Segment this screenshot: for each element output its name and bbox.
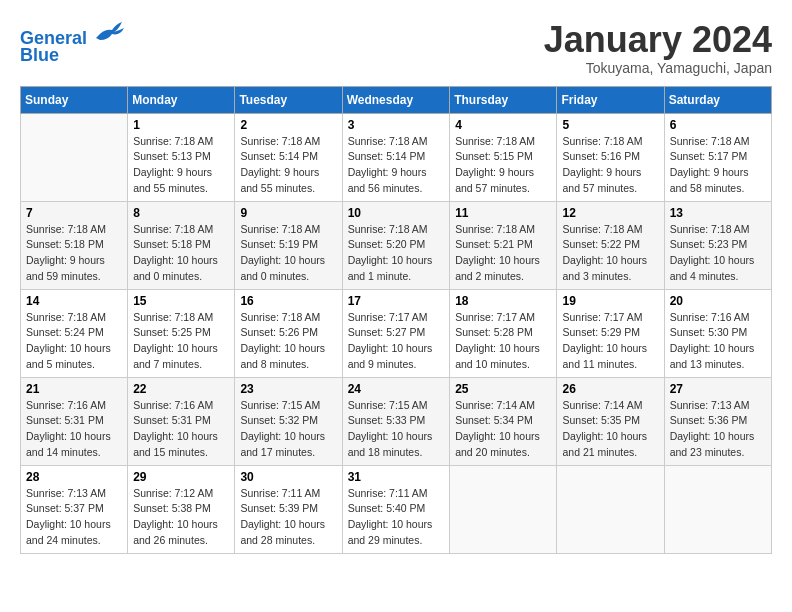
day-number: 13: [670, 206, 766, 220]
calendar-cell: [664, 465, 771, 553]
day-info: Sunrise: 7:18 AMSunset: 5:16 PMDaylight:…: [562, 134, 658, 197]
page-header: General Blue January 2024 Tokuyama, Yama…: [20, 20, 772, 76]
calendar-cell: 24 Sunrise: 7:15 AMSunset: 5:33 PMDaylig…: [342, 377, 450, 465]
day-info: Sunrise: 7:18 AMSunset: 5:21 PMDaylight:…: [455, 222, 551, 285]
calendar-cell: 22 Sunrise: 7:16 AMSunset: 5:31 PMDaylig…: [128, 377, 235, 465]
calendar-cell: 28 Sunrise: 7:13 AMSunset: 5:37 PMDaylig…: [21, 465, 128, 553]
week-row-2: 7 Sunrise: 7:18 AMSunset: 5:18 PMDayligh…: [21, 201, 772, 289]
calendar-cell: 15 Sunrise: 7:18 AMSunset: 5:25 PMDaylig…: [128, 289, 235, 377]
title-block: January 2024 Tokuyama, Yamaguchi, Japan: [544, 20, 772, 76]
col-monday: Monday: [128, 86, 235, 113]
day-number: 15: [133, 294, 229, 308]
day-info: Sunrise: 7:12 AMSunset: 5:38 PMDaylight:…: [133, 486, 229, 549]
calendar-cell: 1 Sunrise: 7:18 AMSunset: 5:13 PMDayligh…: [128, 113, 235, 201]
col-sunday: Sunday: [21, 86, 128, 113]
calendar-header-row: Sunday Monday Tuesday Wednesday Thursday…: [21, 86, 772, 113]
day-info: Sunrise: 7:18 AMSunset: 5:26 PMDaylight:…: [240, 310, 336, 373]
day-info: Sunrise: 7:18 AMSunset: 5:23 PMDaylight:…: [670, 222, 766, 285]
day-info: Sunrise: 7:15 AMSunset: 5:32 PMDaylight:…: [240, 398, 336, 461]
day-info: Sunrise: 7:18 AMSunset: 5:22 PMDaylight:…: [562, 222, 658, 285]
calendar-cell: 3 Sunrise: 7:18 AMSunset: 5:14 PMDayligh…: [342, 113, 450, 201]
calendar-table: Sunday Monday Tuesday Wednesday Thursday…: [20, 86, 772, 554]
calendar-cell: 16 Sunrise: 7:18 AMSunset: 5:26 PMDaylig…: [235, 289, 342, 377]
calendar-cell: 20 Sunrise: 7:16 AMSunset: 5:30 PMDaylig…: [664, 289, 771, 377]
calendar-cell: [450, 465, 557, 553]
day-info: Sunrise: 7:16 AMSunset: 5:31 PMDaylight:…: [26, 398, 122, 461]
day-info: Sunrise: 7:18 AMSunset: 5:19 PMDaylight:…: [240, 222, 336, 285]
calendar-cell: 19 Sunrise: 7:17 AMSunset: 5:29 PMDaylig…: [557, 289, 664, 377]
day-number: 2: [240, 118, 336, 132]
day-info: Sunrise: 7:17 AMSunset: 5:27 PMDaylight:…: [348, 310, 445, 373]
day-number: 12: [562, 206, 658, 220]
calendar-cell: 8 Sunrise: 7:18 AMSunset: 5:18 PMDayligh…: [128, 201, 235, 289]
day-info: Sunrise: 7:17 AMSunset: 5:28 PMDaylight:…: [455, 310, 551, 373]
day-number: 21: [26, 382, 122, 396]
day-number: 16: [240, 294, 336, 308]
day-info: Sunrise: 7:18 AMSunset: 5:25 PMDaylight:…: [133, 310, 229, 373]
col-saturday: Saturday: [664, 86, 771, 113]
calendar-cell: [557, 465, 664, 553]
calendar-cell: 12 Sunrise: 7:18 AMSunset: 5:22 PMDaylig…: [557, 201, 664, 289]
col-wednesday: Wednesday: [342, 86, 450, 113]
calendar-cell: 30 Sunrise: 7:11 AMSunset: 5:39 PMDaylig…: [235, 465, 342, 553]
day-info: Sunrise: 7:11 AMSunset: 5:39 PMDaylight:…: [240, 486, 336, 549]
week-row-3: 14 Sunrise: 7:18 AMSunset: 5:24 PMDaylig…: [21, 289, 772, 377]
calendar-cell: 26 Sunrise: 7:14 AMSunset: 5:35 PMDaylig…: [557, 377, 664, 465]
day-info: Sunrise: 7:16 AMSunset: 5:31 PMDaylight:…: [133, 398, 229, 461]
day-number: 6: [670, 118, 766, 132]
day-number: 19: [562, 294, 658, 308]
day-number: 18: [455, 294, 551, 308]
day-number: 28: [26, 470, 122, 484]
calendar-cell: 11 Sunrise: 7:18 AMSunset: 5:21 PMDaylig…: [450, 201, 557, 289]
day-number: 8: [133, 206, 229, 220]
calendar-cell: 7 Sunrise: 7:18 AMSunset: 5:18 PMDayligh…: [21, 201, 128, 289]
day-info: Sunrise: 7:18 AMSunset: 5:18 PMDaylight:…: [133, 222, 229, 285]
col-friday: Friday: [557, 86, 664, 113]
week-row-5: 28 Sunrise: 7:13 AMSunset: 5:37 PMDaylig…: [21, 465, 772, 553]
day-number: 26: [562, 382, 658, 396]
day-number: 14: [26, 294, 122, 308]
day-number: 7: [26, 206, 122, 220]
day-number: 22: [133, 382, 229, 396]
calendar-cell: 31 Sunrise: 7:11 AMSunset: 5:40 PMDaylig…: [342, 465, 450, 553]
day-info: Sunrise: 7:18 AMSunset: 5:17 PMDaylight:…: [670, 134, 766, 197]
day-info: Sunrise: 7:13 AMSunset: 5:37 PMDaylight:…: [26, 486, 122, 549]
calendar-cell: 23 Sunrise: 7:15 AMSunset: 5:32 PMDaylig…: [235, 377, 342, 465]
logo: General Blue: [20, 20, 124, 66]
logo-bird-icon: [94, 20, 124, 44]
calendar-cell: 9 Sunrise: 7:18 AMSunset: 5:19 PMDayligh…: [235, 201, 342, 289]
day-info: Sunrise: 7:18 AMSunset: 5:13 PMDaylight:…: [133, 134, 229, 197]
day-info: Sunrise: 7:14 AMSunset: 5:35 PMDaylight:…: [562, 398, 658, 461]
calendar-cell: 27 Sunrise: 7:13 AMSunset: 5:36 PMDaylig…: [664, 377, 771, 465]
calendar-cell: 10 Sunrise: 7:18 AMSunset: 5:20 PMDaylig…: [342, 201, 450, 289]
day-number: 10: [348, 206, 445, 220]
location: Tokuyama, Yamaguchi, Japan: [544, 60, 772, 76]
day-info: Sunrise: 7:18 AMSunset: 5:14 PMDaylight:…: [240, 134, 336, 197]
day-number: 29: [133, 470, 229, 484]
week-row-4: 21 Sunrise: 7:16 AMSunset: 5:31 PMDaylig…: [21, 377, 772, 465]
day-info: Sunrise: 7:11 AMSunset: 5:40 PMDaylight:…: [348, 486, 445, 549]
col-tuesday: Tuesday: [235, 86, 342, 113]
calendar-cell: 21 Sunrise: 7:16 AMSunset: 5:31 PMDaylig…: [21, 377, 128, 465]
calendar-cell: 17 Sunrise: 7:17 AMSunset: 5:27 PMDaylig…: [342, 289, 450, 377]
calendar-cell: 25 Sunrise: 7:14 AMSunset: 5:34 PMDaylig…: [450, 377, 557, 465]
day-number: 30: [240, 470, 336, 484]
calendar-cell: 6 Sunrise: 7:18 AMSunset: 5:17 PMDayligh…: [664, 113, 771, 201]
day-number: 31: [348, 470, 445, 484]
day-info: Sunrise: 7:18 AMSunset: 5:15 PMDaylight:…: [455, 134, 551, 197]
week-row-1: 1 Sunrise: 7:18 AMSunset: 5:13 PMDayligh…: [21, 113, 772, 201]
day-info: Sunrise: 7:13 AMSunset: 5:36 PMDaylight:…: [670, 398, 766, 461]
day-number: 17: [348, 294, 445, 308]
day-number: 1: [133, 118, 229, 132]
day-number: 11: [455, 206, 551, 220]
day-info: Sunrise: 7:15 AMSunset: 5:33 PMDaylight:…: [348, 398, 445, 461]
day-number: 24: [348, 382, 445, 396]
calendar-cell: [21, 113, 128, 201]
day-number: 20: [670, 294, 766, 308]
day-number: 4: [455, 118, 551, 132]
day-info: Sunrise: 7:18 AMSunset: 5:20 PMDaylight:…: [348, 222, 445, 285]
day-number: 27: [670, 382, 766, 396]
day-number: 9: [240, 206, 336, 220]
day-info: Sunrise: 7:18 AMSunset: 5:14 PMDaylight:…: [348, 134, 445, 197]
calendar-cell: 13 Sunrise: 7:18 AMSunset: 5:23 PMDaylig…: [664, 201, 771, 289]
